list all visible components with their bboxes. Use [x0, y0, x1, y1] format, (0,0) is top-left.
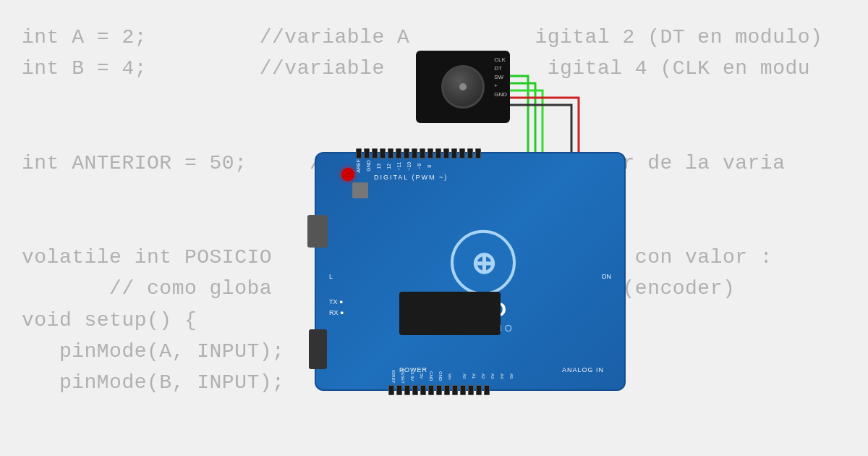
label-aref: AREF — [356, 159, 364, 173]
pin-a0 — [444, 385, 450, 395]
pin-vin — [436, 385, 442, 395]
pin-1 — [467, 148, 473, 159]
analog-header-strip — [388, 385, 490, 395]
pin-4 — [443, 148, 449, 159]
pin-3 — [451, 148, 457, 159]
label-12: 12 — [386, 159, 394, 173]
label-a2: A2 — [477, 369, 485, 384]
label-a5: A5 — [505, 369, 514, 384]
pin-label-plus: + — [494, 83, 507, 89]
rx-label: RX ● — [329, 309, 344, 316]
power-label: POWER — [399, 366, 427, 373]
digital-header-strip — [356, 148, 603, 159]
pin-gnd — [364, 148, 370, 159]
label-a4: A4 — [495, 369, 504, 384]
label-13: 13 — [376, 159, 384, 173]
pin-label-clk: CLK — [494, 56, 507, 63]
power-led — [341, 168, 354, 181]
pin-11 — [388, 148, 393, 159]
pin-label-sw: SW — [494, 74, 507, 80]
label-gnd2: GND — [366, 159, 374, 173]
pin-8 — [412, 148, 417, 159]
arduino-symbol-circle: ⊕ — [451, 230, 516, 295]
pin-gnd-a — [420, 385, 426, 395]
encoder-module: CLK DT SW + GND — [416, 51, 510, 123]
pin-13 — [372, 148, 378, 159]
pin-label-row: AREF GND 13 12 ~11 ~10 ~9 8 — [356, 159, 435, 173]
pin-a1 — [452, 385, 458, 395]
pin-3v3 — [404, 385, 410, 395]
label-gnd4: GND — [434, 369, 443, 384]
spacer — [453, 369, 457, 384]
pin-ioref — [388, 385, 394, 395]
pin-9 — [404, 148, 409, 159]
pin-10 — [396, 148, 401, 159]
circuit-diagram: CLK DT SW + GND — [304, 36, 651, 413]
l-label: L — [329, 273, 333, 280]
pin-aref — [356, 148, 362, 159]
analog-in-label: ANALOG IN — [562, 366, 604, 373]
label-a3: A3 — [486, 369, 495, 384]
pin-5v — [412, 385, 418, 395]
digital-label: DIGITAL (PWM ~) — [374, 174, 448, 181]
arduino-board: AREF GND 13 12 ~11 ~10 ~9 8 DIGITAL (PWM… — [315, 152, 626, 391]
pin-a2 — [460, 385, 466, 395]
pin-7 — [420, 148, 425, 159]
pin-0 — [475, 148, 481, 159]
pin-reset — [396, 385, 402, 395]
pin-gnd-b — [428, 385, 434, 395]
label-9: ~9 — [417, 159, 425, 173]
pin-label-dt: DT — [494, 65, 507, 72]
ic-chip — [399, 292, 501, 335]
reset-button[interactable] — [352, 182, 368, 198]
pin-a5 — [484, 385, 490, 395]
pin-a4 — [476, 385, 482, 395]
label-10: ~10 — [407, 159, 414, 173]
power-connector — [309, 329, 327, 369]
label-ioref: IOREF — [387, 369, 396, 384]
pin-6 — [427, 148, 433, 159]
pin-2 — [459, 148, 465, 159]
encoder-knob — [441, 65, 485, 109]
on-label: ON — [602, 273, 612, 280]
pin-12 — [380, 148, 386, 159]
pin-5 — [435, 148, 441, 159]
label-vin: Vin — [443, 369, 452, 384]
pin-a3 — [468, 385, 474, 395]
label-a0: A0 — [458, 369, 467, 384]
label-8: 8 — [427, 159, 435, 173]
label-a1: A1 — [467, 369, 476, 384]
pin-label-gnd: GND — [494, 91, 507, 98]
usb-port — [307, 215, 328, 248]
tx-label: TX ● — [329, 298, 343, 305]
label-11: ~11 — [396, 159, 404, 173]
